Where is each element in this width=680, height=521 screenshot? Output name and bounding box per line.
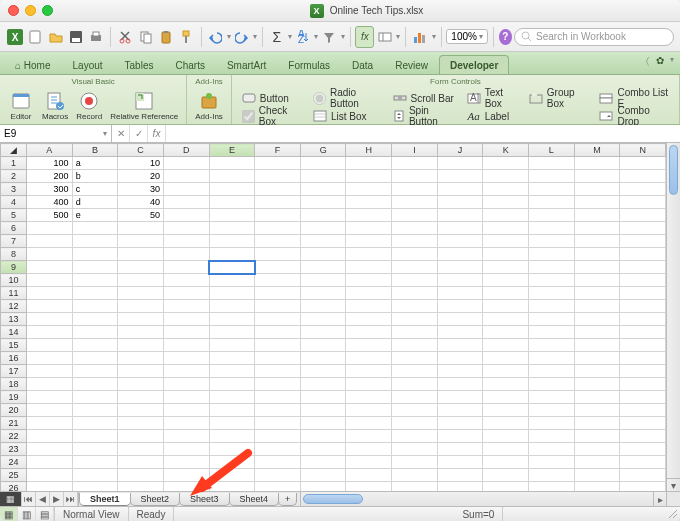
cell-B23[interactable] [72,443,118,456]
cell-I17[interactable] [392,365,438,378]
cell-D9[interactable] [163,261,209,274]
qat-chart-icon[interactable] [411,26,429,48]
cell-A10[interactable] [26,274,72,287]
cell-H23[interactable] [346,443,392,456]
row-header-13[interactable]: 13 [1,313,27,326]
cell-M20[interactable] [574,404,620,417]
cell-M11[interactable] [574,287,620,300]
cell-J23[interactable] [437,443,483,456]
cell-H17[interactable] [346,365,392,378]
cell-E15[interactable] [209,339,255,352]
cell-D4[interactable] [163,196,209,209]
cell-D22[interactable] [163,430,209,443]
cell-B8[interactable] [72,248,118,261]
cell-B19[interactable] [72,391,118,404]
qat-print-icon[interactable] [87,26,105,48]
qat-redo-icon[interactable] [233,26,251,48]
cell-I3[interactable] [392,183,438,196]
row-header-24[interactable]: 24 [1,456,27,469]
qat-format-painter-icon[interactable] [177,26,195,48]
row-header-17[interactable]: 17 [1,365,27,378]
qat-autosum-icon[interactable]: Σ [268,26,286,48]
cell-L17[interactable] [528,365,574,378]
cell-H26[interactable] [346,482,392,492]
cell-F19[interactable] [255,391,301,404]
cell-M15[interactable] [574,339,620,352]
cell-D1[interactable] [163,157,209,170]
cell-A12[interactable] [26,300,72,313]
cell-D19[interactable] [163,391,209,404]
cell-D3[interactable] [163,183,209,196]
qat-copy-icon[interactable] [137,26,155,48]
cell-H6[interactable] [346,222,392,235]
cell-F13[interactable] [255,313,301,326]
cell-L26[interactable] [528,482,574,492]
cell-I19[interactable] [392,391,438,404]
cell-E23[interactable] [209,443,255,456]
cell-C10[interactable] [118,274,164,287]
sheet-tab-sheet4[interactable]: Sheet4 [229,493,280,506]
fc-combo-drop[interactable]: Combo Drop [599,107,669,125]
cell-J14[interactable] [437,326,483,339]
cell-B11[interactable] [72,287,118,300]
cell-F14[interactable] [255,326,301,339]
col-header-H[interactable]: H [346,144,392,157]
qat-file-icon[interactable] [26,26,44,48]
cell-E17[interactable] [209,365,255,378]
cell-A7[interactable] [26,235,72,248]
cell-B15[interactable] [72,339,118,352]
cell-B17[interactable] [72,365,118,378]
zoom-window-button[interactable] [42,5,53,16]
cell-F1[interactable] [255,157,301,170]
cell-M6[interactable] [574,222,620,235]
qat-undo-icon[interactable] [206,26,224,48]
cell-A4[interactable]: 400 [26,196,72,209]
cell-D5[interactable] [163,209,209,222]
cell-N8[interactable] [620,248,666,261]
cell-E22[interactable] [209,430,255,443]
cell-B12[interactable] [72,300,118,313]
cell-H22[interactable] [346,430,392,443]
cell-L13[interactable] [528,313,574,326]
cell-N17[interactable] [620,365,666,378]
row-header-8[interactable]: 8 [1,248,27,261]
cell-A19[interactable] [26,391,72,404]
cell-E16[interactable] [209,352,255,365]
col-header-K[interactable]: K [483,144,529,157]
cell-N24[interactable] [620,456,666,469]
cell-N5[interactable] [620,209,666,222]
cell-F11[interactable] [255,287,301,300]
search-workbook[interactable]: Search in Workbook [514,28,674,46]
cell-K7[interactable] [483,235,529,248]
cell-E1[interactable] [209,157,255,170]
cell-N18[interactable] [620,378,666,391]
select-all-cell[interactable]: ◢ [1,144,27,157]
col-header-M[interactable]: M [574,144,620,157]
cell-H16[interactable] [346,352,392,365]
ribbon-tab-tables[interactable]: Tables [114,55,165,74]
cell-B2[interactable]: b [72,170,118,183]
cell-E7[interactable] [209,235,255,248]
fc-textbox[interactable]: A|Text Box [467,89,517,107]
cell-M24[interactable] [574,456,620,469]
col-header-N[interactable]: N [620,144,666,157]
cell-A9[interactable] [26,261,72,274]
cell-J21[interactable] [437,417,483,430]
cell-K15[interactable] [483,339,529,352]
cell-C9[interactable] [118,261,164,274]
cell-D2[interactable] [163,170,209,183]
qat-paste-icon[interactable] [157,26,175,48]
cell-D8[interactable] [163,248,209,261]
cell-G25[interactable] [300,469,346,482]
cell-B22[interactable] [72,430,118,443]
cell-B6[interactable] [72,222,118,235]
cell-I11[interactable] [392,287,438,300]
cell-K18[interactable] [483,378,529,391]
cell-N7[interactable] [620,235,666,248]
cell-F6[interactable] [255,222,301,235]
sheet-nav-prev-icon[interactable]: ◀ [36,492,50,506]
cell-F4[interactable] [255,196,301,209]
cell-F7[interactable] [255,235,301,248]
cell-K1[interactable] [483,157,529,170]
cell-E8[interactable] [209,248,255,261]
